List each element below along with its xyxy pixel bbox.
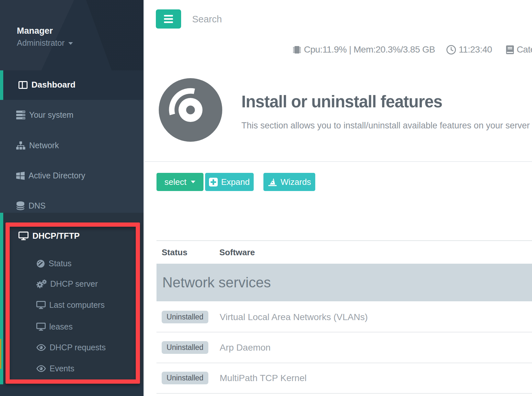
caret-down-icon (68, 42, 73, 45)
sidebar-subitem-label: Events (50, 364, 74, 373)
sidebar: Manager Administrator Dashboard (0, 0, 144, 396)
monitor-icon (18, 232, 29, 240)
eye-icon (36, 365, 46, 372)
user-name: Manager (17, 26, 53, 36)
sidebar-item-your-system[interactable]: Your system (16, 110, 74, 120)
book-icon (506, 45, 514, 54)
sidebar-item-network[interactable]: Network (16, 141, 59, 150)
sidebar-item-dashboard[interactable]: Dashboard (0, 70, 144, 100)
software-name[interactable]: Virtual Local Area Networks (VLANs) (220, 312, 368, 322)
software-name[interactable]: Arp Daemon (220, 342, 271, 353)
monitor-icon (36, 301, 46, 309)
sidebar-item-label: Dashboard (31, 80, 75, 90)
sidebar-item-dhcp-tftp[interactable]: DHCP/TFTP (18, 231, 80, 241)
status-badge: Uninstalled (162, 311, 208, 323)
active-accent-bar (0, 70, 3, 100)
sidebar-item-label: DHCP/TFTP (32, 231, 80, 241)
columns-icon (18, 81, 28, 89)
page-subtitle: This section allows you to install/unins… (241, 121, 530, 131)
gears-icon (36, 280, 47, 288)
sidebar-item-label: DNS (29, 201, 46, 210)
sidebar-subitem-events[interactable]: Events (36, 364, 74, 373)
sidebar-header: Manager Administrator (0, 0, 144, 70)
wizard-hat-icon (268, 177, 277, 186)
plus-square-icon (209, 178, 218, 186)
sidebar-subitem-status[interactable]: Status (36, 259, 72, 268)
server-stack-icon (16, 111, 25, 119)
status-bar: Cpu:11.9% | Mem:20.3%/3.85 GB 11:23:40 C… (293, 44, 532, 55)
group-label: Network services (162, 274, 271, 291)
row-divider (156, 332, 532, 332)
eye-icon (36, 344, 46, 351)
sidebar-item-active-directory[interactable]: Active Directory (16, 171, 85, 180)
expand-label: Expand (221, 177, 249, 187)
sidebar-item-label: Your system (29, 110, 74, 120)
sidebar-subitem-label: DHCP requests (50, 343, 106, 352)
sitemap-icon (16, 141, 25, 150)
hamburger-icon (164, 15, 173, 23)
categories-link[interactable]: Categories (517, 44, 532, 55)
sidebar-edge-divider (144, 0, 145, 396)
select-label: select (165, 177, 187, 187)
sidebar-item-label: Active Directory (29, 171, 85, 180)
monitor-icon (36, 323, 46, 331)
database-icon (16, 201, 25, 210)
sidebar-subitem-last-computers[interactable]: Last computers (36, 300, 105, 310)
sidebar-item-label: Network (29, 141, 59, 150)
search-input[interactable]: Search (192, 14, 276, 25)
pending-changes-accent-bar (0, 339, 1, 369)
table-group-row: Network services (156, 264, 532, 301)
sidebar-subitem-dhcp-requests[interactable]: DHCP requests (36, 343, 106, 352)
sidebar-subitem-label: Status (49, 259, 72, 268)
sidebar-subitem-dhcp-server[interactable]: DHCP server (36, 279, 98, 289)
sidebar-item-dns[interactable]: DNS (16, 201, 46, 210)
disc-icon (158, 78, 223, 143)
sidebar-subitem-leases[interactable]: leases (36, 322, 73, 331)
row-divider (156, 393, 532, 394)
wizards-label: Wizards (281, 177, 311, 187)
sidebar-bottom-section (0, 384, 144, 396)
table-top-divider (156, 240, 532, 241)
menu-toggle-button[interactable] (156, 9, 181, 29)
clock-time: 11:23:40 (459, 44, 492, 55)
sidebar-subitem-label: leases (49, 322, 73, 331)
user-role-dropdown[interactable]: Administrator (17, 38, 73, 48)
column-header-status: Status (162, 247, 187, 258)
row-divider (156, 363, 532, 363)
gauge-icon (36, 259, 45, 268)
sidebar-subitem-label: Last computers (49, 300, 105, 310)
wizards-button[interactable]: Wizards (263, 173, 315, 191)
status-badge: Uninstalled (162, 341, 208, 354)
user-role-label: Administrator (17, 38, 64, 47)
cpu-mem-status: Cpu:11.9% | Mem:20.3%/3.85 GB (304, 44, 435, 55)
column-header-software: Software (219, 247, 255, 258)
select-dropdown-button[interactable]: select (156, 173, 203, 191)
section-divider (145, 161, 532, 162)
app-window: Manager Administrator Dashboard (0, 0, 532, 396)
page-title: Install or uninstall features (241, 92, 442, 111)
microchip-icon (293, 45, 301, 55)
sidebar-subitem-label: DHCP server (50, 279, 98, 289)
software-name[interactable]: MultiPath TCP Kernel (220, 373, 306, 383)
expand-button[interactable]: Expand (205, 173, 254, 191)
clock-icon (446, 45, 456, 55)
caret-down-icon (191, 181, 195, 183)
windows-icon (16, 172, 25, 180)
status-badge: Uninstalled (162, 372, 208, 384)
